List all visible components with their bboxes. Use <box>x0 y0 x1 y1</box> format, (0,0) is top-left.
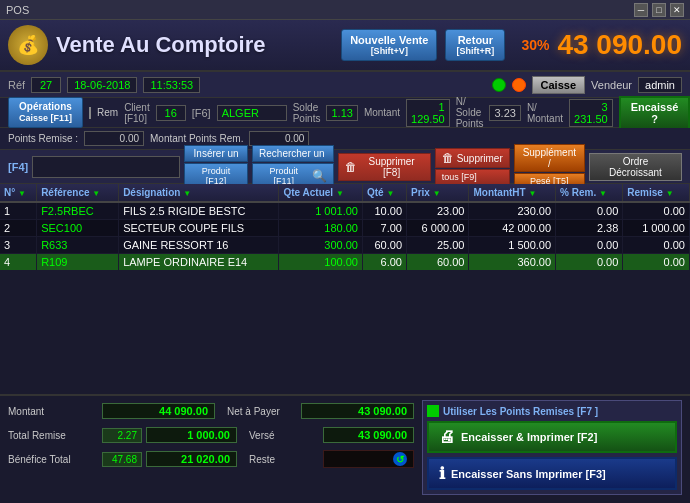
n-montant-value: 3 231.50 <box>569 99 613 127</box>
pct-display: 30% <box>521 37 549 53</box>
title-bar-controls: ─ □ ✕ <box>634 3 684 17</box>
solde-points-label: Solde Points <box>293 102 321 124</box>
ops-row: Opérations Caisse [F11] Rem Client [F10]… <box>0 98 690 128</box>
client-name: ALGER <box>217 105 287 121</box>
bottom-left: Montant 44 090.00 Net à Payer 43 090.00 … <box>8 400 414 499</box>
toolbar-row: [F4] Insérer un Produit [F12] Rechercher… <box>0 150 690 184</box>
benefice-pct: 47.68 <box>102 452 142 467</box>
status-indicator <box>492 78 506 92</box>
remise-total-row: Total Remise 2.27 1 000.00 Versé 43 090.… <box>8 424 414 446</box>
retour-button[interactable]: Retour [Shift+R] <box>445 29 505 61</box>
maximize-button[interactable]: □ <box>652 3 666 17</box>
reste-icon: ↺ <box>393 452 407 466</box>
trash-icon: 🗑 <box>345 160 357 174</box>
vendeur-value: admin <box>638 77 682 93</box>
products-table: N° ▼ Référence ▼ Désignation ▼ Qte Actue… <box>0 184 690 271</box>
total-remise-label: Total Remise <box>8 430 98 441</box>
ordre-button[interactable]: Ordre Décroissant <box>589 153 682 181</box>
montant-label: Montant <box>364 107 400 118</box>
minimize-button[interactable]: ─ <box>634 3 648 17</box>
bottom-right: Utiliser Les Points Remises [F7 ] 🖨 Enca… <box>422 400 682 499</box>
table-area: OueI N° ▼ Référence ▼ Désignation ▼ Qte … <box>0 184 690 394</box>
n-solde-label: N/ Solde Points <box>456 96 484 129</box>
verse-label: Versé <box>249 430 319 441</box>
col-remise: Remise ▼ <box>623 184 690 202</box>
client-label: Client [F10] <box>124 102 150 124</box>
col-pct-rem: % Rem. ▼ <box>556 184 623 202</box>
ref-label: Réf <box>8 79 25 91</box>
encaisser-imprimer-button[interactable]: 🖨 Encaisser & Imprimer [F2] <box>427 421 677 453</box>
points-remise-value: 0.00 <box>84 131 144 146</box>
title-bar-text: POS <box>6 4 29 16</box>
n-montant-label: N/ Montant <box>527 102 563 124</box>
date-value: 18-06-2018 <box>67 77 137 93</box>
benefice-value: 21 020.00 <box>146 451 237 467</box>
bottom-section: Montant 44 090.00 Net à Payer 43 090.00 … <box>0 394 690 503</box>
caisse-button[interactable]: Caisse <box>532 76 585 94</box>
montant-value: 1 129.50 <box>406 99 450 127</box>
total-remise-pct: 2.27 <box>102 428 142 443</box>
info-row: Réf 27 18-06-2018 11:53:53 Caisse Vendeu… <box>0 72 690 98</box>
reste-label: Reste <box>249 454 319 465</box>
rechercher-button[interactable]: Rechercher un <box>252 145 333 162</box>
solde-points-value: 1.13 <box>326 105 357 121</box>
table-row[interactable]: 3R633GAINE RESSORT 16300.0060.0025.001 5… <box>0 237 690 254</box>
header-icon: 💰 <box>8 25 48 65</box>
supprimer-tous-button[interactable]: 🗑 Supprimer <box>435 148 510 168</box>
status-indicator2 <box>512 78 526 92</box>
col-qte: Qté ▼ <box>363 184 407 202</box>
col-designation: Désignation ▼ <box>119 184 279 202</box>
table-row[interactable]: 4R109LAMPE ORDINAIRE E14100.006.0060.003… <box>0 254 690 271</box>
benefice-label: Bénéfice Total <box>8 454 98 465</box>
nouvelle-vente-button[interactable]: Nouvelle Vente [Shift+V] <box>341 29 437 61</box>
benefice-row: Bénéfice Total 47.68 21 020.00 Reste ↺ <box>8 448 414 470</box>
verse-value: 43 090.00 <box>323 427 414 443</box>
montant-label: Montant <box>8 406 98 417</box>
points-remise-label: Points Remise : <box>8 133 78 144</box>
client-value: 16 <box>156 105 186 121</box>
title-bar: POS ─ □ ✕ <box>0 0 690 20</box>
montant-value: 44 090.00 <box>102 403 215 419</box>
ref-value: 27 <box>31 77 61 93</box>
green-indicator <box>427 405 439 417</box>
encaisse-button[interactable]: Encaissé ? <box>619 96 690 130</box>
net-payer-label: Net à Payer <box>227 406 297 417</box>
montant-row: Montant 44 090.00 Net à Payer 43 090.00 <box>8 400 414 422</box>
rem-checkbox[interactable] <box>89 107 91 119</box>
rem-label: Rem <box>97 107 118 118</box>
operations-button[interactable]: Opérations Caisse [F11] <box>8 97 83 128</box>
header-title: Vente Au Comptoire <box>56 32 333 58</box>
vendeur-label: Vendeur <box>591 79 632 91</box>
montant-points-label: Montant Points Rem. <box>150 133 243 144</box>
table-row[interactable]: 2SEC100SECTEUR COUPE FILS180.007.006 000… <box>0 220 690 237</box>
f6-label: [F6] <box>192 107 211 119</box>
time-value: 11:53:53 <box>143 77 200 93</box>
main-header: 💰 Vente Au Comptoire Nouvelle Vente [Shi… <box>0 20 690 72</box>
remise-row: Points Remise : 0.00 Montant Points Rem.… <box>0 128 690 150</box>
utiliser-points-label: Utiliser Les Points Remises [F7 ] <box>443 406 598 417</box>
supplement-button[interactable]: Supplément / <box>514 144 585 172</box>
supprimer-button[interactable]: 🗑 Supprimer [F8] <box>338 153 431 181</box>
close-button[interactable]: ✕ <box>670 3 684 17</box>
col-montant-ht: MontantHT ▼ <box>469 184 556 202</box>
col-qte-actuel: Qte Actuel ▼ <box>279 184 363 202</box>
encaisser-sans-button[interactable]: ℹ Encaisser Sans Imprimer [F3] <box>427 457 677 490</box>
info-icon: ℹ <box>439 464 445 483</box>
inserer-button[interactable]: Insérer un <box>184 145 248 162</box>
total-display: 43 090.00 <box>557 29 682 61</box>
col-n: N° ▼ <box>0 184 37 202</box>
table-row[interactable]: 1F2.5RBECFILS 2.5 RIGIDE BESTC1 001.0010… <box>0 202 690 220</box>
col-ref: Référence ▼ <box>37 184 119 202</box>
product-input[interactable] <box>32 156 180 178</box>
total-remise-value: 1 000.00 <box>146 427 237 443</box>
n-solde-value: 3.23 <box>489 105 520 121</box>
reste-value: ↺ <box>323 450 414 468</box>
net-payer-value: 43 090.00 <box>301 403 414 419</box>
trash-all-icon: 🗑 <box>442 151 454 165</box>
watermark: OueI <box>195 391 312 394</box>
col-prix: Prix ▼ <box>407 184 469 202</box>
supprimer-tous-button2[interactable]: tous [F9] <box>435 169 510 185</box>
f4-label: [F4] <box>8 161 28 173</box>
printer-icon: 🖨 <box>439 428 455 446</box>
utiliser-points-section: Utiliser Les Points Remises [F7 ] 🖨 Enca… <box>422 400 682 495</box>
